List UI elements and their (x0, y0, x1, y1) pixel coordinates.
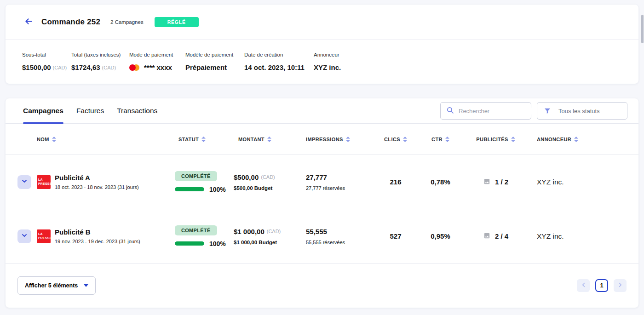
impressions-reserved: 27,777 réservées (306, 185, 375, 191)
progress-bar (175, 241, 204, 246)
subtotal-value: $1500,00 (22, 63, 51, 71)
expand-row-button[interactable] (17, 175, 31, 189)
creation-date-value: 14 oct. 2023, 10:11 (244, 63, 314, 71)
order-summary: Sous-total $1500,00(CAD) Total (taxes in… (6, 40, 638, 84)
page-title: Commande 252 (41, 17, 100, 27)
current-page-button[interactable]: 1 (595, 279, 608, 292)
summary-subtotal: Sous-total $1500,00(CAD) (22, 52, 71, 84)
back-button[interactable] (20, 14, 37, 30)
advertiser: XYZ inc. (527, 178, 631, 186)
sort-icon (346, 137, 350, 142)
prev-page-button[interactable] (577, 279, 590, 292)
la-presse-logo: LAPRESSE (37, 229, 51, 243)
table-row: LAPRESSE Publicité A 18 oct. 2023 - 18 n… (6, 155, 638, 209)
summary-label: Mode de paiement (129, 52, 185, 57)
status-chip: COMPLÉTÉ (175, 225, 217, 235)
clics: 527 (375, 232, 416, 240)
image-icon (483, 232, 491, 241)
summary-label: Sous-total (22, 52, 71, 57)
budget: $1 000,00 Budget (234, 240, 306, 245)
currency-suffix: (CAD) (261, 174, 275, 180)
pagination: 1 (577, 279, 627, 292)
amount: $500,00 (234, 173, 259, 181)
chevron-down-icon (21, 232, 28, 241)
filter-icon (544, 107, 551, 115)
search-icon (446, 106, 454, 116)
advertiser: XYZ inc. (527, 232, 631, 241)
ads-count: 2 / 4 (495, 232, 508, 240)
impressions: 55,555 (306, 228, 375, 235)
tab-factures[interactable]: Factures (76, 98, 104, 123)
campaign-dates: 19 nov. 2023 - 19 dec. 2023 (31 jours) (55, 239, 140, 244)
expand-row-button[interactable] (17, 229, 31, 243)
scrollbar-thumb[interactable] (641, 15, 644, 43)
col-header-montant[interactable]: MONTANT (234, 137, 306, 142)
sort-icon (511, 137, 515, 142)
page: Commande 252 2 Campagnes RÉGLÉ Sous-tota… (0, 0, 644, 315)
la-presse-logo: LAPRESSE (37, 175, 51, 189)
clics: 216 (375, 178, 416, 186)
chevron-left-icon (580, 281, 587, 290)
amount: $1 000,00 (234, 228, 264, 235)
ctr: 0,95% (416, 232, 465, 240)
next-page-button[interactable] (614, 279, 627, 292)
caret-down-icon (84, 284, 88, 287)
campaign-name: Publicité B (55, 228, 140, 236)
col-header-annonceur[interactable]: ANNONCEUR (527, 137, 631, 142)
currency-suffix: (CAD) (267, 229, 281, 234)
chevron-right-icon (617, 281, 624, 290)
search-box[interactable] (440, 102, 531, 120)
summary-payment-model: Modèle de paiement Prépaiement (185, 52, 244, 84)
mastercard-icon (129, 64, 139, 71)
summary-total: Total (taxes incluses) $1724,63(CAD) (71, 52, 129, 84)
tab-bar: Campagnes Factures Transactions Tous les… (6, 98, 638, 124)
filter-label: Tous les statuts (558, 108, 600, 115)
search-input[interactable] (459, 108, 540, 115)
budget: $500,00 Budget (234, 185, 306, 191)
sort-icon (52, 137, 56, 142)
col-header-clics[interactable]: CLICS (375, 137, 416, 142)
tabs: Campagnes Factures Transactions (23, 98, 170, 123)
campaigns-card: Campagnes Factures Transactions Tous les… (6, 98, 638, 308)
order-header: Commande 252 2 Campagnes RÉGLÉ (6, 5, 638, 40)
currency-suffix: (CAD) (102, 65, 116, 70)
toolbar: Tous les statuts (440, 102, 627, 120)
summary-label: Date de création (244, 52, 314, 57)
col-header-ctr[interactable]: CTR (416, 137, 465, 142)
summary-label: Annonceur (314, 52, 341, 57)
col-header-impressions[interactable]: IMPRESSIONS (306, 137, 375, 142)
sort-icon (445, 137, 449, 142)
sort-icon (201, 137, 206, 142)
tab-campagnes[interactable]: Campagnes (23, 98, 63, 123)
page-size-select[interactable]: Afficher 5 éléments (17, 276, 96, 295)
status-filter[interactable]: Tous les statuts (537, 102, 627, 120)
col-header-nom[interactable]: NOM (37, 137, 175, 142)
status-badge-regle: RÉGLÉ (155, 17, 199, 27)
tab-transactions[interactable]: Transactions (117, 98, 157, 123)
payment-model-value: Prépaiement (185, 63, 244, 71)
total-value: $1724,63 (71, 63, 100, 71)
summary-payment-method: Mode de paiement **** xxxx (129, 52, 185, 84)
table-header: NOM STATUT MONTANT IMPRESSIONS CLICS CTR… (6, 124, 638, 155)
summary-creation-date: Date de création 14 oct. 2023, 10:11 (244, 52, 314, 84)
summary-label: Modèle de paiement (185, 52, 244, 57)
col-header-statut[interactable]: STATUT (175, 137, 234, 142)
summary-label: Total (taxes incluses) (71, 52, 129, 57)
status-chip: COMPLÉTÉ (175, 171, 217, 181)
progress-percent: 100% (209, 240, 226, 247)
card-number-masked: **** xxxx (144, 63, 172, 71)
col-header-publicites[interactable]: PUBLICITÉS (465, 137, 527, 142)
sort-icon (267, 137, 271, 142)
campaign-count: 2 Campagnes (110, 19, 144, 25)
chevron-down-icon (21, 178, 28, 186)
order-card: Commande 252 2 Campagnes RÉGLÉ Sous-tota… (6, 5, 638, 84)
ads-count: 1 / 2 (495, 178, 508, 186)
impressions-reserved: 55,555 réservées (306, 240, 375, 245)
table-row: LAPRESSE Publicité B 19 nov. 2023 - 19 d… (6, 209, 638, 263)
advertiser-value: XYZ inc. (314, 63, 341, 71)
currency-suffix: (CAD) (53, 65, 67, 70)
campaign-name: Publicité A (55, 174, 139, 182)
impressions: 27,777 (306, 173, 375, 181)
summary-advertiser: Annonceur XYZ inc. (314, 52, 341, 84)
table-footer: Afficher 5 éléments 1 (6, 263, 638, 307)
